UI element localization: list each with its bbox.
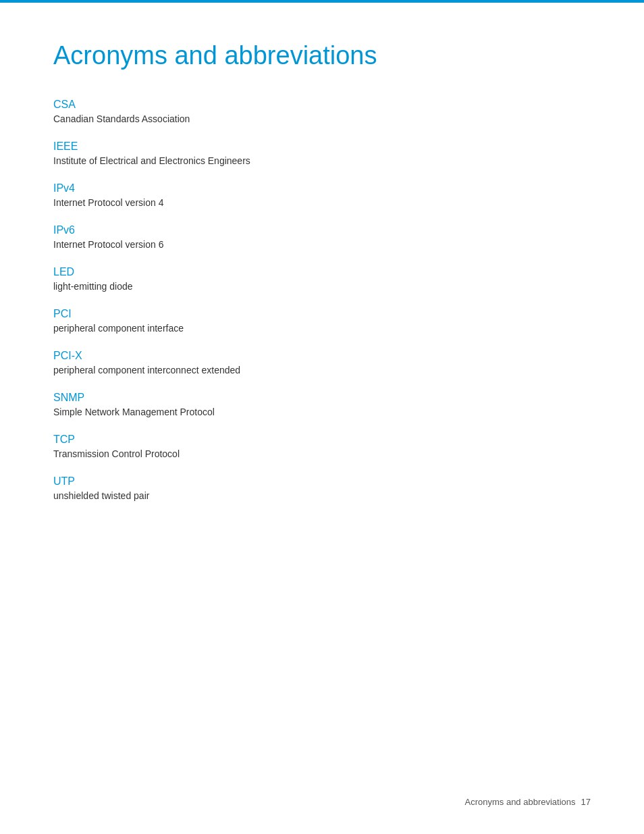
footer-section-label: Acronyms and abbreviations <box>465 797 576 807</box>
acronym-term: LED <box>53 266 591 278</box>
acronym-term: SNMP <box>53 392 591 404</box>
list-item: IPv6Internet Protocol version 6 <box>53 224 591 250</box>
acronym-definition: Canadian Standards Association <box>53 113 591 124</box>
list-item: CSACanadian Standards Association <box>53 99 591 124</box>
acronym-term: PCI-X <box>53 350 591 362</box>
list-item: IPv4Internet Protocol version 4 <box>53 182 591 208</box>
page-title: Acronyms and abbreviations <box>53 41 591 72</box>
acronym-term: IPv6 <box>53 224 591 236</box>
top-border <box>0 0 644 3</box>
list-item: UTPunshielded twisted pair <box>53 475 591 501</box>
acronym-term: IEEE <box>53 140 591 153</box>
acronym-term: PCI <box>53 308 591 320</box>
list-item: PCIperipheral component interface <box>53 308 591 334</box>
acronym-term: IPv4 <box>53 182 591 194</box>
content-area: Acronyms and abbreviations CSACanadian S… <box>0 0 644 558</box>
acronym-term: TCP <box>53 434 591 446</box>
acronym-definition: Transmission Control Protocol <box>53 448 591 459</box>
acronym-definition: Internet Protocol version 4 <box>53 197 591 208</box>
acronym-definition: Internet Protocol version 6 <box>53 239 591 250</box>
acronym-definition: peripheral component interconnect extend… <box>53 365 591 375</box>
list-item: LEDlight-emitting diode <box>53 266 591 292</box>
page: Acronyms and abbreviations CSACanadian S… <box>0 0 644 834</box>
acronym-term: CSA <box>53 99 591 111</box>
acronym-definition: Institute of Electrical and Electronics … <box>53 155 591 166</box>
list-item: TCPTransmission Control Protocol <box>53 434 591 459</box>
list-item: IEEEInstitute of Electrical and Electron… <box>53 140 591 166</box>
acronym-definition: Simple Network Management Protocol <box>53 407 591 417</box>
acronym-term: UTP <box>53 475 591 488</box>
list-item: SNMPSimple Network Management Protocol <box>53 392 591 417</box>
list-item: PCI-Xperipheral component interconnect e… <box>53 350 591 375</box>
footer: Acronyms and abbreviations 17 <box>465 797 591 807</box>
acronym-definition: light-emitting diode <box>53 281 591 292</box>
acronym-definition: peripheral component interface <box>53 323 591 334</box>
acronym-list: CSACanadian Standards AssociationIEEEIns… <box>53 99 591 501</box>
acronym-definition: unshielded twisted pair <box>53 490 591 501</box>
footer-page-number: 17 <box>581 797 591 807</box>
